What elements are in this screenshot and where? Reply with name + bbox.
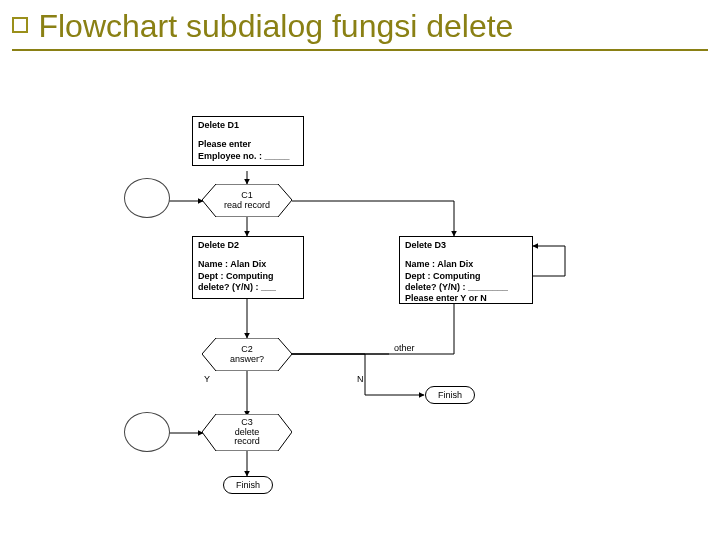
box-d1: Delete D1 Please enter Employee no. : __…	[192, 116, 304, 166]
box-d2: Delete D2 Name : Alan Dix Dept : Computi…	[192, 236, 304, 299]
loop-icon	[124, 178, 170, 218]
c2-l2: answer?	[230, 355, 264, 365]
label-y: Y	[204, 374, 210, 384]
loop-icon	[124, 412, 170, 452]
d1-header: Delete D1	[198, 120, 298, 131]
c1-l2: read record	[224, 201, 270, 211]
finish-n: Finish	[425, 386, 475, 404]
d3-body: Name : Alan Dix Dept : Computing delete?…	[405, 259, 527, 304]
hex-c3: C3deleterecord	[202, 414, 292, 451]
finish-bottom: Finish	[223, 476, 273, 494]
title-bullet-icon	[12, 17, 28, 33]
hex-c1: C1read record	[202, 184, 292, 217]
d2-body: Name : Alan Dix Dept : Computing delete?…	[198, 259, 298, 293]
flowchart-stage: Delete D1 Please enter Employee no. : __…	[9, 116, 714, 531]
d2-header: Delete D2	[198, 240, 298, 251]
slide-title: Flowchart subdialog fungsi delete	[38, 8, 513, 44]
d1-body: Please enter Employee no. : _____	[198, 139, 298, 162]
connector-lines	[9, 116, 714, 531]
label-n: N	[357, 374, 364, 384]
label-other: other	[394, 343, 415, 353]
title-rule	[12, 49, 708, 51]
d3-header: Delete D3	[405, 240, 527, 251]
c3-l3: record	[234, 437, 260, 447]
hex-c2: C2answer?	[202, 338, 292, 371]
box-d3: Delete D3 Name : Alan Dix Dept : Computi…	[399, 236, 533, 304]
slide-title-block: Flowchart subdialog fungsi delete	[0, 0, 720, 57]
